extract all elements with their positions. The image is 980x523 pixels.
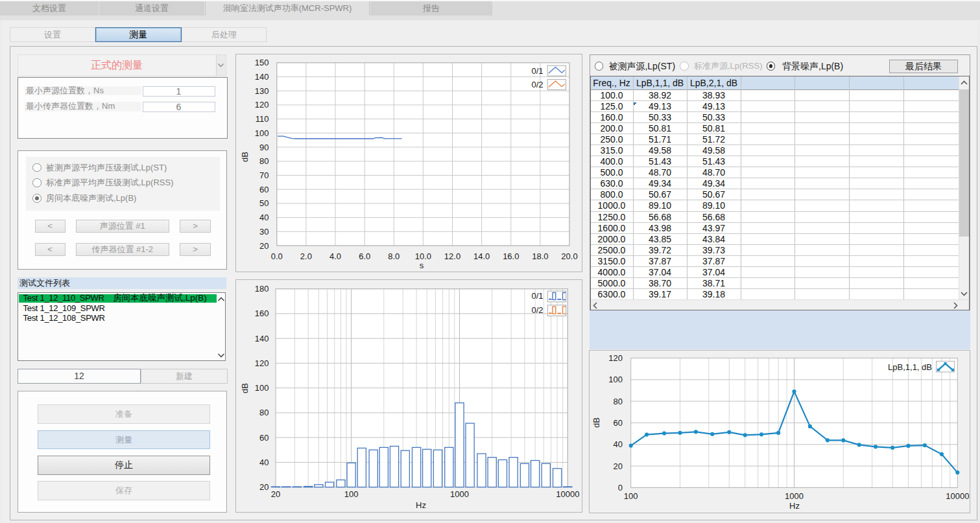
svg-text:20: 20	[259, 240, 269, 250]
svg-text:100: 100	[608, 375, 623, 384]
svg-text:0.0: 0.0	[271, 251, 283, 261]
svg-text:4.0: 4.0	[329, 251, 341, 261]
svg-text:20: 20	[271, 489, 280, 499]
svg-text:110: 110	[256, 114, 269, 124]
svg-text:8.0: 8.0	[388, 251, 400, 261]
svg-text:2.0: 2.0	[300, 251, 312, 261]
svg-text:50: 50	[259, 198, 269, 208]
svg-text:120: 120	[255, 100, 269, 110]
svg-text:90: 90	[259, 142, 269, 152]
svg-text:s: s	[420, 261, 424, 270]
svg-text:14.0: 14.0	[473, 251, 490, 261]
svg-text:20: 20	[259, 482, 269, 492]
svg-text:40: 40	[259, 458, 269, 467]
svg-text:16.0: 16.0	[503, 251, 519, 261]
svg-text:140: 140	[255, 333, 269, 343]
svg-text:120: 120	[608, 353, 623, 363]
svg-text:0/2: 0/2	[531, 80, 543, 89]
svg-text:20: 20	[614, 461, 623, 471]
svg-text:100: 100	[624, 491, 638, 501]
svg-text:LpB,1,1, dB: LpB,1,1, dB	[888, 362, 932, 372]
svg-text:dB: dB	[240, 152, 250, 162]
svg-text:80: 80	[259, 156, 269, 166]
svg-text:10000: 10000	[556, 489, 579, 499]
svg-text:10.0: 10.0	[415, 251, 431, 261]
svg-text:6.0: 6.0	[359, 251, 370, 261]
svg-text:Hz: Hz	[416, 500, 426, 510]
svg-text:80: 80	[259, 408, 269, 417]
svg-text:40: 40	[614, 439, 623, 449]
svg-text:80: 80	[614, 397, 623, 406]
svg-text:120: 120	[255, 358, 269, 368]
svg-text:100: 100	[255, 128, 269, 137]
svg-text:1000: 1000	[450, 489, 469, 499]
svg-text:150: 150	[255, 58, 269, 67]
svg-text:60: 60	[259, 184, 269, 194]
svg-text:30: 30	[259, 226, 269, 236]
svg-text:0/1: 0/1	[531, 291, 543, 301]
svg-text:160: 160	[255, 308, 269, 318]
svg-text:dB: dB	[240, 383, 250, 393]
svg-text:dB: dB	[592, 417, 601, 428]
svg-text:20.0: 20.0	[561, 251, 577, 261]
svg-text:12.0: 12.0	[444, 251, 460, 261]
svg-text:18.0: 18.0	[532, 251, 548, 261]
svg-text:Hz: Hz	[789, 501, 800, 511]
svg-text:1000: 1000	[785, 491, 804, 501]
svg-text:40: 40	[259, 213, 269, 222]
svg-text:60: 60	[259, 432, 269, 442]
svg-text:180: 180	[255, 284, 269, 294]
svg-text:60: 60	[614, 418, 623, 428]
svg-text:130: 130	[255, 86, 269, 95]
svg-text:140: 140	[255, 72, 269, 82]
svg-text:100: 100	[255, 383, 269, 393]
svg-text:0/1: 0/1	[531, 65, 543, 75]
svg-text:70: 70	[259, 170, 269, 180]
svg-text:0/2: 0/2	[531, 305, 543, 315]
svg-text:10000: 10000	[946, 491, 969, 501]
svg-text:0: 0	[618, 483, 623, 493]
svg-text:100: 100	[344, 489, 359, 499]
